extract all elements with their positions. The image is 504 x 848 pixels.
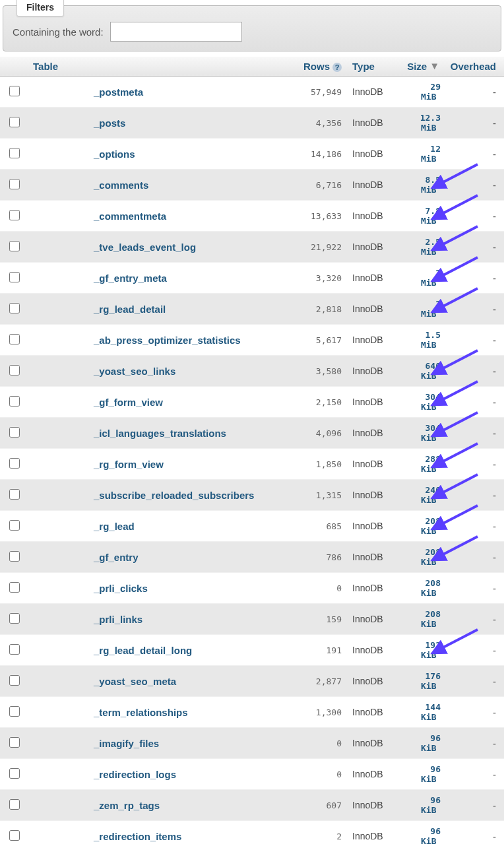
table-name-link[interactable]: _rg_lead_detail: [94, 304, 166, 315]
row-size: 2MiB: [393, 263, 445, 294]
row-checkbox[interactable]: [9, 396, 20, 407]
containing-word-input[interactable]: [110, 22, 242, 42]
table-name-link[interactable]: _redirection_items: [94, 831, 181, 842]
row-count: 13,633: [292, 201, 347, 232]
table-name-link[interactable]: _postmeta: [94, 86, 143, 98]
row-checkbox[interactable]: [9, 272, 20, 282]
header-size[interactable]: Size▼: [393, 57, 445, 77]
table-name-link[interactable]: _gf_form_view: [94, 397, 163, 408]
row-checkbox[interactable]: [9, 427, 20, 438]
table-name-link[interactable]: _comments: [94, 179, 148, 191]
table-row: _postmeta 57,949 InnoDB 29MiB -: [0, 77, 504, 108]
header-table[interactable]: Table: [29, 57, 292, 77]
table-row: _ab_press_optimizer_statistics 5,617 Inn…: [0, 325, 504, 356]
row-checkbox[interactable]: [9, 644, 20, 655]
row-type: InnoDB: [347, 635, 393, 666]
table-name-link[interactable]: _options: [94, 148, 135, 160]
table-name-link[interactable]: _icl_languages_translations: [94, 428, 226, 439]
row-checkbox[interactable]: [9, 458, 20, 469]
row-checkbox[interactable]: [9, 675, 20, 686]
help-icon[interactable]: ?: [332, 63, 342, 72]
table-name-link[interactable]: _rg_form_view: [94, 459, 164, 470]
table-name-link[interactable]: _gf_entry: [94, 552, 139, 563]
table-name-link[interactable]: _posts: [94, 117, 125, 129]
table-name-link[interactable]: _term_relationships: [94, 707, 188, 718]
row-checkbox[interactable]: [9, 86, 20, 96]
table-name-link[interactable]: _prli_links: [94, 614, 142, 625]
row-overhead: -: [445, 232, 504, 263]
table-name-link[interactable]: _commentmeta: [94, 211, 166, 222]
row-size: 2.5MiB: [393, 232, 445, 263]
table-name-link[interactable]: _subscribe_reloaded_subscribers: [94, 490, 254, 501]
row-checkbox[interactable]: [9, 520, 20, 531]
annotation-arrow-icon: [438, 393, 479, 403]
table-name-link[interactable]: _yoast_seo_meta: [94, 676, 176, 687]
row-type: InnoDB: [347, 604, 393, 635]
row-size: 304KiB: [393, 387, 445, 418]
row-type: InnoDB: [347, 356, 393, 387]
header-type[interactable]: Type: [347, 57, 393, 77]
row-overhead: -: [445, 201, 504, 232]
table-row: _gf_form_view 2,150 InnoDB 304KiB -: [0, 387, 504, 418]
row-checkbox[interactable]: [9, 737, 20, 748]
row-size: 192KiB: [393, 635, 445, 666]
row-checkbox[interactable]: [9, 241, 20, 251]
annotation-arrow-icon: [438, 207, 479, 216]
row-count: 3,320: [292, 263, 347, 294]
row-overhead: -: [445, 759, 504, 790]
row-checkbox[interactable]: [9, 706, 20, 717]
row-overhead: -: [445, 821, 504, 849]
row-checkbox[interactable]: [9, 551, 20, 562]
row-size: 208KiB: [393, 573, 445, 604]
table-name-link[interactable]: _yoast_seo_links: [94, 366, 175, 377]
header-overhead[interactable]: Overhead: [445, 57, 504, 77]
row-size: 7.8MiB: [393, 201, 445, 232]
row-type: InnoDB: [347, 666, 393, 697]
row-overhead: -: [445, 294, 504, 325]
row-checkbox[interactable]: [9, 613, 20, 624]
row-checkbox[interactable]: [9, 148, 20, 158]
table-name-link[interactable]: _zem_rp_tags: [94, 800, 160, 811]
row-overhead: -: [445, 666, 504, 697]
tables-list: Table Rows? Type Size▼ Overhead _postmet…: [0, 57, 504, 848]
row-type: InnoDB: [347, 201, 393, 232]
table-name-link[interactable]: _prli_clicks: [94, 583, 148, 594]
row-checkbox[interactable]: [9, 489, 20, 500]
row-checkbox[interactable]: [9, 768, 20, 779]
row-overhead: -: [445, 511, 504, 542]
row-overhead: -: [445, 790, 504, 821]
header-rows[interactable]: Rows?: [292, 57, 347, 77]
row-type: InnoDB: [347, 77, 393, 108]
row-checkbox[interactable]: [9, 582, 20, 593]
table-name-link[interactable]: _imagify_files: [94, 738, 159, 749]
row-overhead: -: [445, 697, 504, 728]
row-count: 0: [292, 759, 347, 790]
row-count: 3,580: [292, 356, 347, 387]
row-type: InnoDB: [347, 325, 393, 356]
row-count: 21,922: [292, 232, 347, 263]
row-checkbox[interactable]: [9, 117, 20, 127]
row-checkbox[interactable]: [9, 365, 20, 375]
row-checkbox[interactable]: [9, 799, 20, 810]
row-count: 685: [292, 511, 347, 542]
row-checkbox[interactable]: [9, 179, 20, 189]
table-name-link[interactable]: _redirection_logs: [94, 769, 176, 780]
row-size: 144KiB: [393, 697, 445, 728]
row-type: InnoDB: [347, 449, 393, 480]
filters-panel: Filters Containing the word:: [3, 5, 501, 51]
table-name-link[interactable]: _rg_lead_detail_long: [94, 645, 192, 656]
table-name-link[interactable]: _rg_lead: [94, 521, 135, 532]
table-name-link[interactable]: _tve_leads_event_log: [94, 242, 196, 253]
containing-word-label: Containing the word:: [13, 26, 104, 38]
annotation-arrow-icon: [438, 517, 479, 527]
table-row: _subscribe_reloaded_subscribers 1,315 In…: [0, 480, 504, 511]
table-name-link[interactable]: _gf_entry_meta: [94, 273, 167, 284]
row-checkbox[interactable]: [9, 830, 20, 841]
annotation-arrow-icon: [438, 486, 479, 496]
row-type: InnoDB: [347, 480, 393, 511]
row-checkbox[interactable]: [9, 210, 20, 220]
row-checkbox[interactable]: [9, 303, 20, 313]
row-checkbox[interactable]: [9, 334, 20, 344]
table-name-link[interactable]: _ab_press_optimizer_statistics: [94, 335, 241, 346]
row-overhead: -: [445, 325, 504, 356]
